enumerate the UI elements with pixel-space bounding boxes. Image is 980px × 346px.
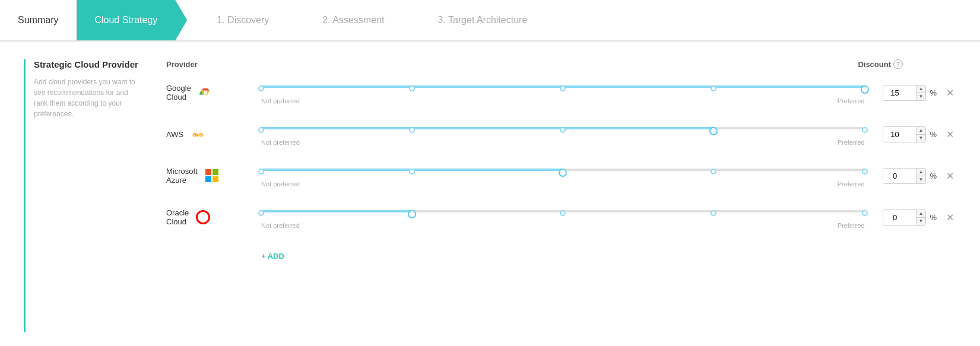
microsoft-azure-pct-label: % — [930, 172, 937, 180]
aws-discount-down[interactable]: ▼ — [916, 135, 926, 142]
tab-summary[interactable]: Summary — [0, 0, 77, 40]
aws-label: AWS — [166, 130, 183, 139]
google-cloud-discount-up[interactable]: ▲ — [916, 85, 926, 93]
aws-slider-cell: Not preferred Preferred — [261, 122, 865, 146]
provider-row-oracle-cloud: Oracle Cloud Not pre — [166, 205, 956, 229]
microsoft-azure-discount-cell: ▲ ▼ % ✕ — [883, 168, 956, 184]
aws-slider-track-container — [261, 122, 865, 134]
microsoft-azure-discount-input-wrapper: ▲ ▼ — [883, 168, 927, 184]
provider-row-google-cloud: Google Cloud — [166, 81, 956, 104]
google-cloud-slider-track-container — [261, 81, 865, 93]
google-cloud-name-cell: Google Cloud — [166, 83, 261, 102]
aws-discount-cell: ▲ ▼ % ✕ — [883, 126, 956, 142]
oracle-cloud-name-cell: Oracle Cloud — [166, 208, 261, 227]
microsoft-azure-remove-button[interactable]: ✕ — [944, 170, 956, 182]
microsoft-azure-discount-input[interactable] — [883, 169, 916, 183]
microsoft-azure-label: Microsoft Azure — [166, 167, 198, 185]
content-area: Strategic Cloud Provider Add cloud provi… — [0, 42, 980, 346]
aws-discount-up[interactable]: ▲ — [916, 127, 926, 135]
oracle-cloud-discount-down[interactable]: ▼ — [916, 218, 926, 225]
provider-column-label: Provider — [166, 60, 261, 69]
sidebar: Strategic Cloud Provider Add cloud provi… — [24, 59, 142, 332]
sidebar-title: Strategic Cloud Provider — [34, 59, 142, 69]
main-area: Provider Discount ? Google Cloud — [166, 59, 956, 332]
oracle-cloud-discount-input-wrapper: ▲ ▼ — [883, 209, 927, 226]
google-cloud-pct-label: % — [930, 88, 937, 97]
oracle-cloud-label: Oracle Cloud — [166, 208, 189, 226]
aws-discount-input[interactable] — [883, 127, 916, 142]
microsoft-azure-discount-down[interactable]: ▼ — [916, 176, 926, 183]
google-cloud-discount-down[interactable]: ▼ — [916, 93, 926, 100]
google-cloud-slider-cell: Not preferred Preferred — [261, 81, 865, 104]
tab-assessment[interactable]: 2. Assessment — [293, 0, 408, 40]
oracle-cloud-discount-input[interactable] — [883, 210, 916, 225]
microsoft-azure-slider-cell: Not preferred Preferred — [261, 164, 865, 188]
discount-info-icon[interactable]: ? — [893, 59, 903, 69]
aws-remove-button[interactable]: ✕ — [944, 129, 956, 140]
oracle-cloud-slider-track-container — [261, 205, 865, 217]
sidebar-description: Add cloud providers you want to see reco… — [34, 77, 142, 119]
google-cloud-icon — [196, 83, 215, 102]
svg-point-0 — [204, 91, 207, 94]
provider-header: Provider Discount ? — [166, 59, 956, 69]
microsoft-azure-icon — [202, 166, 221, 185]
google-cloud-label: Google Cloud — [166, 84, 191, 101]
top-nav: Summary Cloud Strategy 1. Discovery 2. A… — [0, 0, 980, 42]
aws-icon: aws — [188, 125, 207, 144]
oracle-cloud-discount-up[interactable]: ▲ — [916, 210, 926, 218]
microsoft-azure-discount-up[interactable]: ▲ — [916, 169, 926, 176]
google-cloud-discount-cell: ▲ ▼ % ✕ — [883, 85, 956, 101]
google-cloud-discount-input-wrapper: ▲ ▼ — [883, 85, 927, 101]
tab-target-architecture[interactable]: 3. Target Architecture — [408, 0, 551, 40]
microsoft-azure-slider-track-container — [261, 164, 865, 176]
google-cloud-discount-input[interactable] — [883, 85, 916, 100]
tab-cloud-strategy[interactable]: Cloud Strategy — [77, 0, 187, 40]
provider-row-microsoft-azure: Microsoft Azure — [166, 164, 956, 188]
google-cloud-remove-button[interactable]: ✕ — [944, 87, 956, 99]
aws-pct-label: % — [930, 130, 937, 139]
aws-discount-input-wrapper: ▲ ▼ — [883, 126, 927, 142]
tab-discovery[interactable]: 1. Discovery — [187, 0, 293, 40]
add-provider-button[interactable]: + ADD — [261, 247, 284, 265]
oracle-cloud-remove-button[interactable]: ✕ — [944, 212, 956, 223]
provider-row-aws: AWS aws Not preferred — [166, 122, 956, 146]
microsoft-azure-name-cell: Microsoft Azure — [166, 166, 261, 185]
oracle-cloud-icon — [194, 208, 213, 227]
oracle-cloud-slider-cell: Not preferred Preferred — [261, 205, 865, 229]
discount-column-label: Discount ? — [858, 59, 903, 69]
oracle-cloud-discount-cell: ▲ ▼ % ✕ — [883, 209, 956, 226]
aws-name-cell: AWS aws — [166, 125, 261, 144]
oracle-cloud-pct-label: % — [930, 213, 937, 222]
